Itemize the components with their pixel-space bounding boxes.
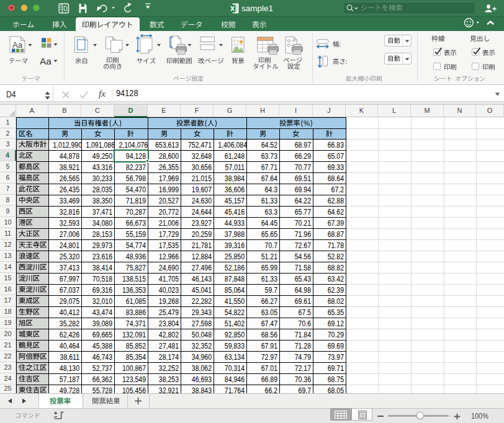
svg-text:Aa: Aa — [12, 40, 23, 50]
svg-text:Aa: Aa — [40, 56, 52, 66]
